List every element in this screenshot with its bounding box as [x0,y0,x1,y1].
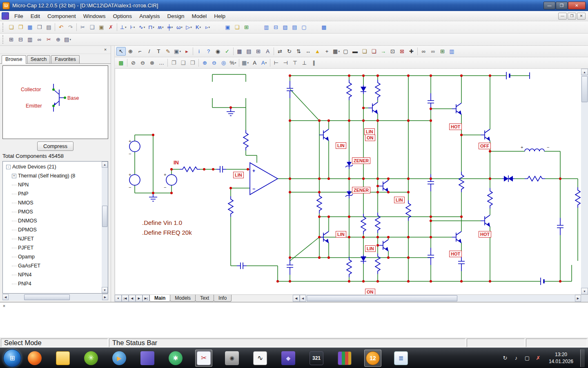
scroll-down-button[interactable]: ▼ [102,287,108,293]
info-mode-button[interactable]: i [194,47,204,56]
component-panel-button[interactable]: ⊞ [7,35,16,44]
explorer-taskbar-button[interactable] [54,350,71,367]
dropdown-arrow-icon[interactable]: ▾ [162,26,164,29]
cascade-button[interactable]: ▧ [281,23,290,31]
zoom-out-button[interactable]: ⊖ [209,58,219,67]
menu-design[interactable]: Design [163,11,188,21]
dropdown-arrow-icon[interactable]: ▾ [172,26,173,29]
model-button[interactable]: ▦▾ [241,58,250,67]
page-delete-button[interactable]: ❏ [369,47,379,56]
resistor-component-button[interactable]: ʍ▾ [156,23,165,31]
color-button[interactable]: ▩ [116,58,126,67]
tree-item-pmos[interactable]: PMOS [4,207,102,216]
panel-splitter[interactable] [111,46,115,302]
media-player-classic-taskbar-button[interactable]: 321 [308,350,325,367]
menu-help[interactable]: Help [210,11,229,21]
tab-browse[interactable]: Browse [2,55,26,64]
split-window-button[interactable]: ▤ [290,23,299,31]
sync-tray-icon[interactable]: ↻ [501,355,509,362]
command-button[interactable]: ⊞ [254,47,263,56]
mirror-button[interactable]: ⇄ [275,47,285,56]
mdi-close-button[interactable]: ✕ [577,13,586,20]
tree-item-nmos[interactable]: NMOS [4,198,102,207]
battery-component-button[interactable]: ⊦▾ [128,23,137,31]
collapse-icon[interactable]: - [6,165,11,169]
scrollbar-thumb[interactable] [581,76,588,102]
notepad-taskbar-button[interactable]: ≣ [392,350,410,367]
winrar-taskbar-button[interactable] [336,350,353,367]
scroll-up-button[interactable]: ▲ [102,162,108,168]
compress-button[interactable]: Compress [37,141,74,151]
next-tab-button[interactable]: ▶ [136,295,143,302]
canvas-vertical-scrollbar[interactable]: ▲ ▼ [581,69,588,294]
menu-component[interactable]: Component [44,11,80,21]
firefox-taskbar-button[interactable] [26,350,43,367]
mdi-restore-button[interactable]: ❐ [568,13,576,20]
media-player-taskbar-button[interactable]: ▶ [111,350,128,367]
tab-favorites[interactable]: Favorites [51,55,79,63]
undo-button[interactable]: ↶ [56,23,66,31]
scroll-up-button[interactable]: ▲ [581,69,588,75]
copy-button[interactable]: ❑ [87,23,97,31]
audio-device-taskbar-button[interactable]: ◉ [223,350,241,367]
maximize-button[interactable]: ❐ [556,2,568,9]
tree-item-pjfet[interactable]: PJFET [4,243,102,252]
check-button[interactable]: ✓ [223,47,232,56]
attribute-text-button[interactable]: A [263,47,272,56]
delete-button[interactable]: ✗ [106,23,116,31]
node-numbers-button[interactable]: ⊘ [129,58,138,67]
help-contents-button[interactable]: ▩ [319,23,329,31]
point-to-end-mode-button[interactable]: ◉ [213,47,223,56]
scrollbar-thumb[interactable] [307,295,457,301]
split-horizontal-button[interactable]: ⊟ [16,35,25,44]
view-options-button[interactable]: ▤▾ [63,35,72,44]
flip-x-button[interactable]: ↔ [303,47,313,56]
dropdown-arrow-icon[interactable]: ▾ [134,26,135,29]
page-add-button[interactable]: ❏ [360,47,369,56]
scrollbar-thumb[interactable] [24,294,70,300]
start-button[interactable]: ⊞ [3,349,21,367]
tile-vertical-button[interactable]: ▥ [262,23,271,31]
menu-edit[interactable]: Edit [27,11,44,21]
scroll-down-button[interactable]: ▼ [581,288,588,294]
video-app-taskbar-button[interactable]: ◆ [280,350,297,367]
tree-item-opamp[interactable]: Opamp [4,252,102,261]
tab-text[interactable]: Text [195,295,214,302]
tree-item-npn[interactable]: NPN [4,180,102,189]
pan-button[interactable]: ✚ [407,47,416,56]
tree-item-dnmos[interactable]: DNMOS [4,216,102,225]
calculator-button[interactable]: ⊞ [242,23,251,31]
tree-item-active-devices-21[interactable]: -Active Devices (21) [4,162,102,171]
print-preview-button[interactable]: ❒ [35,23,44,31]
scroll-left-button[interactable]: ◀ [300,295,306,302]
scrollbar-track[interactable] [9,294,102,301]
scrollbar-track[interactable] [581,75,588,288]
title-block-button[interactable]: ▬ [350,47,360,56]
diode-component-button[interactable]: ▷▾ [184,23,194,31]
tile-horizontal-button[interactable]: ⊟ [271,23,281,31]
tab-search[interactable]: Search [27,55,51,63]
cross-page-button[interactable]: ⊠ [397,47,407,56]
wire-mode-button[interactable]: ⌐ [135,47,145,56]
close-message-panel-button[interactable]: × [1,303,7,309]
crosshair-button[interactable]: + [322,47,332,56]
rotate-button[interactable]: ↻ [285,47,294,56]
warning-button[interactable]: ▲ [313,47,322,56]
analysis-window-button[interactable]: ▣ [223,23,232,31]
zoom-in-button[interactable]: ⊕ [200,58,209,67]
zoom-area-button[interactable]: ◎ [219,58,228,67]
tab-scroll-left-button[interactable]: ◀ [293,295,300,302]
menu-options[interactable]: Options [109,11,136,21]
measure-button[interactable]: ⊕ [53,35,63,44]
inductor-component-button[interactable]: ω▾ [175,23,184,31]
next-view-button[interactable]: ❑ [178,58,188,67]
align-left-button[interactable]: ⊢ [272,58,281,67]
watch-window-button[interactable]: ❏ [232,23,242,31]
dropdown-arrow-icon[interactable]: ▾ [144,26,145,29]
cut-button[interactable]: ✂ [78,23,87,31]
taskbar-clock[interactable]: 13:20 14.01.2026 [546,351,577,364]
minimize-button[interactable]: — [543,2,555,9]
sine-source-component-button[interactable]: ∿▾ [137,23,147,31]
previous-view-button[interactable]: ❐ [169,58,178,67]
maximize-window-button[interactable]: ▢ [299,23,309,31]
